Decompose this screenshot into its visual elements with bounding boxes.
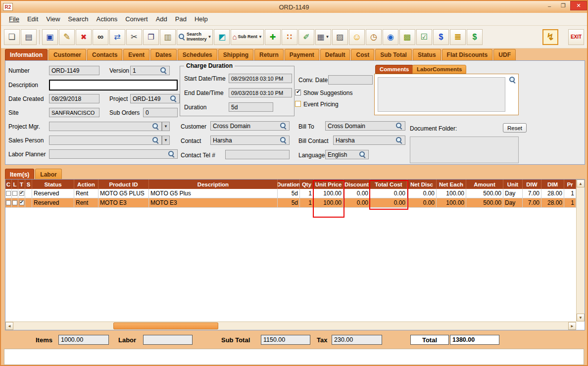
scroll-down-button[interactable]: ▼ — [577, 314, 585, 321]
description-field[interactable] — [49, 80, 178, 91]
menu-edit[interactable]: Edit — [23, 14, 42, 24]
tab-default[interactable]: Default — [320, 49, 350, 60]
col-action[interactable]: Action — [74, 180, 98, 189]
project-mgr-dropdown[interactable]: ▼ — [162, 122, 170, 131]
col-c[interactable]: C — [5, 180, 12, 189]
cut-button[interactable]: ✂ — [126, 29, 142, 45]
grid-view-button[interactable]: ▦ ▼ — [315, 29, 331, 45]
language-field[interactable]: English — [325, 150, 369, 159]
flash-tool-button[interactable]: ↯ — [542, 29, 558, 45]
new-document-button[interactable]: ❏ — [4, 29, 20, 45]
row-checkbox-t[interactable] — [19, 200, 24, 205]
fill-import-button[interactable]: ◩ — [214, 29, 230, 45]
col-s[interactable]: S — [25, 180, 32, 189]
row-checkbox-c[interactable] — [6, 200, 11, 205]
tab-labor[interactable]: Labor — [35, 169, 61, 179]
col-qty[interactable]: Qty — [300, 180, 314, 189]
menu-convert[interactable]: Convert — [121, 14, 152, 24]
schedule-button[interactable]: ◷ — [366, 29, 382, 45]
copy-button[interactable]: ❐ — [143, 29, 159, 45]
sub-total-field[interactable]: 1150.00 — [261, 335, 310, 345]
sub-rent-button[interactable]: ⌂ Sub Rent ▼ — [231, 29, 263, 45]
menu-add[interactable]: Add — [152, 14, 171, 24]
dollar-transfer-button[interactable]: $ — [433, 29, 449, 45]
labor-planner-field[interactable] — [49, 149, 178, 159]
project-field[interactable]: ORD-1149 — [130, 94, 180, 103]
number-field[interactable]: ORD-1149 — [49, 66, 99, 75]
transfer-document-button[interactable]: ⇄ — [109, 29, 125, 45]
tab-cost[interactable]: Cost — [351, 49, 374, 60]
menu-pad[interactable]: Pad — [171, 14, 191, 24]
menu-help[interactable]: Help — [191, 14, 212, 24]
contact-tel-field[interactable] — [225, 150, 290, 159]
add-item-button[interactable]: ✚ — [265, 29, 281, 45]
tab-schedules[interactable]: Schedules — [178, 49, 217, 60]
contact-field[interactable]: Harsha — [210, 136, 290, 145]
find-button[interactable]: ∞ — [93, 29, 108, 45]
vertical-scrollbar[interactable]: ▲ ▼ — [576, 180, 585, 321]
edit-button[interactable]: ✎ — [59, 29, 75, 45]
tab-customer[interactable]: Customer — [49, 49, 86, 60]
tab-items[interactable]: Item(s) — [5, 169, 34, 179]
start-datetime-field[interactable]: 08/29/2018 03:10 PM — [229, 74, 292, 83]
col-status[interactable]: Status — [32, 180, 74, 189]
conv-date-field[interactable] — [328, 75, 373, 85]
scroll-right-button[interactable]: ► — [568, 322, 576, 330]
delete-button[interactable]: ✖ — [76, 29, 92, 45]
col-pr[interactable]: Pr — [564, 180, 576, 189]
col-dim[interactable]: DIM — [541, 180, 564, 189]
tab-dates[interactable]: Dates — [150, 49, 177, 60]
version-search-icon[interactable] — [160, 67, 167, 74]
col-t[interactable]: T — [18, 180, 25, 189]
items-total-field[interactable]: 1000.00 — [58, 335, 109, 345]
money-export-button[interactable]: $ — [467, 29, 483, 45]
minimize-button[interactable]: – — [542, 1, 556, 10]
chevron-down-icon[interactable]: ▼ — [208, 35, 212, 39]
col-net-disc[interactable]: Net Disc — [407, 180, 437, 189]
cube-button[interactable]: ▩ — [399, 29, 415, 45]
row-checkbox-t[interactable] — [19, 191, 24, 196]
version-field[interactable]: 1 — [130, 66, 170, 75]
tab-information[interactable]: Information — [5, 49, 48, 60]
tab-udf[interactable]: UDF — [493, 49, 516, 60]
tab-comments[interactable]: Comments — [375, 65, 413, 74]
show-suggestions-checkbox[interactable] — [295, 90, 301, 95]
tab-sub-total[interactable]: Sub Total — [375, 49, 412, 60]
menu-view[interactable]: View — [42, 14, 64, 24]
tab-event[interactable]: Event — [123, 49, 149, 60]
menu-actions[interactable]: Actions — [93, 14, 122, 24]
language-search-icon[interactable] — [359, 151, 366, 158]
col-product-id[interactable]: Product ID — [98, 180, 149, 189]
bill-to-field[interactable]: Cross Domain — [325, 121, 405, 131]
col-diw[interactable]: DIW — [523, 180, 541, 189]
comments-text-area[interactable] — [378, 77, 505, 112]
sales-person-search-icon[interactable] — [152, 137, 159, 144]
tab-contacts[interactable]: Contacts — [87, 49, 122, 60]
project-search-icon[interactable] — [170, 95, 177, 102]
table-row-selected[interactable]: Reserved Rent MOTO E3 MOTO E3 5d 1 100.0… — [5, 198, 576, 208]
customer-search-icon[interactable] — [280, 122, 287, 130]
event-pricing-checkbox[interactable] — [295, 101, 301, 107]
menu-search[interactable]: Search — [64, 14, 92, 24]
chevron-down-icon[interactable]: ▼ — [326, 35, 330, 39]
project-mgr-search-icon[interactable] — [152, 123, 159, 130]
project-mgr-field[interactable] — [49, 122, 162, 131]
tab-labor-comments[interactable]: LaborComments — [412, 65, 466, 74]
col-unit[interactable]: Unit — [503, 180, 523, 189]
money-stack-button[interactable]: ≣ — [450, 29, 466, 45]
horizontal-scrollbar[interactable]: ◄ ► — [5, 321, 576, 330]
scroll-left-button[interactable]: ◄ — [5, 322, 13, 330]
chevron-down-icon[interactable]: ▼ — [258, 35, 262, 39]
smiley-button[interactable]: ☺ — [349, 29, 365, 45]
comments-box[interactable] — [374, 74, 519, 115]
bill-to-search-icon[interactable] — [395, 122, 403, 130]
tax-field[interactable]: 230.00 — [332, 335, 382, 345]
check-pad-button[interactable]: ☑ — [416, 29, 432, 45]
scroll-up-button[interactable]: ▲ — [577, 180, 585, 187]
col-total-cost[interactable]: Total Cost — [370, 180, 407, 189]
row-checkbox-l[interactable] — [12, 200, 17, 205]
tab-shipping[interactable]: Shipping — [218, 49, 253, 60]
label-print-button[interactable]: ▨ — [332, 29, 348, 45]
row-checkbox-c[interactable] — [6, 191, 11, 196]
col-unit-price[interactable]: Unit Price — [314, 180, 343, 189]
